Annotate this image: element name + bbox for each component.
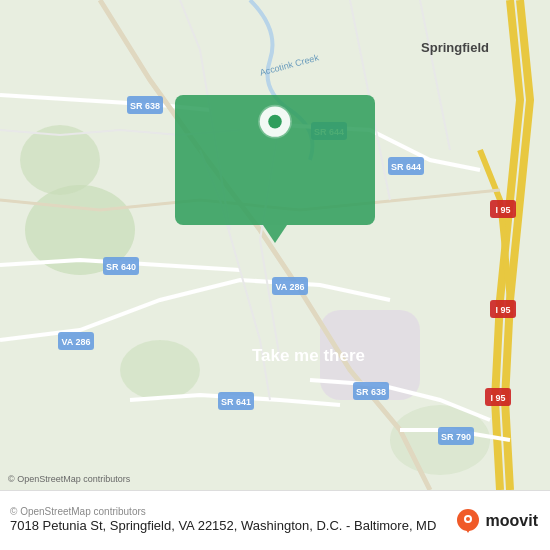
info-left: © OpenStreetMap contributors 7018 Petuni… — [10, 506, 436, 535]
svg-text:SR 644: SR 644 — [391, 162, 421, 172]
svg-text:SR 640: SR 640 — [106, 262, 136, 272]
svg-text:Springfield: Springfield — [421, 40, 489, 55]
moovit-logo: moovit — [454, 507, 538, 535]
moovit-text: moovit — [486, 512, 538, 530]
svg-text:VA 286: VA 286 — [61, 337, 90, 347]
svg-text:SR 790: SR 790 — [441, 432, 471, 442]
svg-text:© OpenStreetMap contributors: © OpenStreetMap contributors — [8, 474, 131, 484]
svg-text:SR 638: SR 638 — [356, 387, 386, 397]
map-pin — [256, 103, 294, 147]
moovit-icon — [454, 507, 482, 535]
svg-text:I 95: I 95 — [495, 305, 510, 315]
info-bar: © OpenStreetMap contributors 7018 Petuni… — [0, 490, 550, 550]
svg-point-40 — [466, 517, 470, 521]
svg-point-4 — [120, 340, 200, 400]
address-text: 7018 Petunia St, Springfield, VA 22152, … — [10, 518, 436, 535]
svg-point-35 — [268, 115, 282, 129]
copyright-text: © OpenStreetMap contributors — [10, 506, 436, 517]
map-container: SR 638 SR 644 SR 644 SR 640 VA 286 VA 28… — [0, 0, 550, 490]
callout-box: Take me there — [175, 95, 375, 225]
svg-text:VA 286: VA 286 — [275, 282, 304, 292]
svg-text:SR 641: SR 641 — [221, 397, 251, 407]
svg-text:I 95: I 95 — [495, 205, 510, 215]
map-svg: SR 638 SR 644 SR 644 SR 640 VA 286 VA 28… — [0, 0, 550, 490]
callout-arrow — [263, 225, 287, 243]
take-me-there-button[interactable]: Take me there — [242, 342, 375, 370]
svg-text:SR 638: SR 638 — [130, 101, 160, 111]
svg-text:I 95: I 95 — [490, 393, 505, 403]
